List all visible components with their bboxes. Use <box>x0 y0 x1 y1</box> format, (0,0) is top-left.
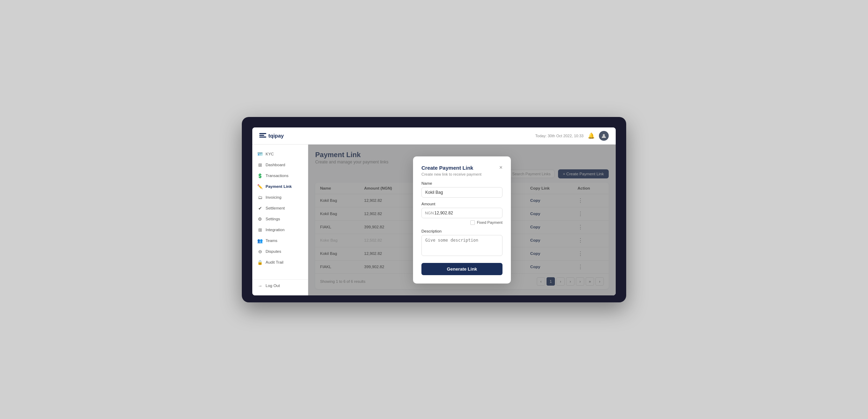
modal-backdrop: Create Payment Link × Create new link to… <box>308 145 616 295</box>
currency-prefix: NGN <box>425 211 434 215</box>
logout-label: Log Out <box>266 284 280 288</box>
sidebar-item-kyc[interactable]: 🪪 KYC <box>252 149 308 160</box>
content-area: Payment Link Create and manage your paym… <box>308 145 616 295</box>
amount-input-wrapper: NGN <box>421 208 502 218</box>
sidebar-item-audit-trail[interactable]: 🔒 Audit Trail <box>252 257 308 268</box>
modal-title: Create Payment Link <box>421 165 473 171</box>
top-bar-right: Today: 30th Oct 2022, 10:33 🔔 <box>535 131 609 141</box>
logout-icon: → <box>257 283 263 288</box>
sidebar-item-label: Transactions <box>266 174 288 178</box>
fixed-payment-checkbox[interactable] <box>470 220 475 225</box>
sidebar-item-label: Teams <box>266 238 277 243</box>
audit-icon: 🔒 <box>257 260 263 265</box>
sidebar-item-label: Payment Link <box>266 184 292 189</box>
sidebar-item-invoicing[interactable]: 🗂 Invoicing <box>252 192 308 203</box>
kyc-icon: 🪪 <box>257 152 263 157</box>
fixed-payment-label: Fixed Payment <box>477 220 502 225</box>
sidebar-item-dashboard[interactable]: ⊞ Dashboard <box>252 160 308 170</box>
amount-label: Amount <box>421 202 502 206</box>
sidebar-item-label: Disputes <box>266 249 281 253</box>
logo-text: tqipay <box>268 133 284 139</box>
sidebar-item-teams[interactable]: 👥 Teams <box>252 235 308 246</box>
logo: tqipay <box>259 133 284 139</box>
modal-subtitle: Create new link to receive payment <box>421 172 502 176</box>
sidebar-item-label: KYC <box>266 152 274 156</box>
amount-field-group: Amount NGN Fixed Payment <box>421 202 502 225</box>
modal-header: Create Payment Link × <box>421 165 502 171</box>
sidebar-item-integration[interactable]: ⊞ Integration <box>252 225 308 235</box>
fixed-payment-row: Fixed Payment <box>421 220 502 225</box>
settings-icon: ⚙ <box>257 216 263 222</box>
sidebar-item-payment-link[interactable]: ✏️ Payment Link <box>252 181 308 192</box>
sidebar-item-label: Invoicing <box>266 195 281 199</box>
sidebar-item-settlement[interactable]: ✔ Settlement <box>252 203 308 214</box>
invoicing-icon: 🗂 <box>257 195 263 200</box>
create-payment-link-modal: Create Payment Link × Create new link to… <box>413 156 511 284</box>
avatar[interactable] <box>599 131 609 141</box>
sidebar-item-label: Audit Trail <box>266 260 283 264</box>
name-input[interactable] <box>421 187 502 198</box>
sidebar-item-settings[interactable]: ⚙ Settings <box>252 214 308 225</box>
logout-button[interactable]: → Log Out <box>252 279 308 291</box>
disputes-icon: ⊖ <box>257 249 263 254</box>
sidebar-item-label: Dashboard <box>266 163 285 167</box>
payment-link-icon: ✏️ <box>257 184 263 189</box>
sidebar-item-label: Integration <box>266 228 284 232</box>
description-label: Description <box>421 229 502 233</box>
transactions-icon: 💲 <box>257 173 263 178</box>
close-button[interactable]: × <box>499 165 502 170</box>
date-text: Today: 30th Oct 2022, 10:33 <box>535 134 584 138</box>
top-bar: tqipay Today: 30th Oct 2022, 10:33 🔔 <box>252 127 616 145</box>
settlement-icon: ✔ <box>257 206 263 211</box>
bell-icon[interactable]: 🔔 <box>588 132 595 139</box>
generate-link-button[interactable]: Generate Link <box>421 263 502 275</box>
sidebar-item-transactions[interactable]: 💲 Transactions <box>252 170 308 181</box>
sidebar: 🪪 KYC ⊞ Dashboard 💲 Transactions ✏️ Paym… <box>252 145 308 295</box>
integration-icon: ⊞ <box>257 227 263 233</box>
teams-icon: 👥 <box>257 238 263 243</box>
name-label: Name <box>421 181 502 185</box>
dashboard-icon: ⊞ <box>257 162 263 168</box>
sidebar-item-disputes[interactable]: ⊖ Disputes <box>252 246 308 257</box>
sidebar-item-label: Settings <box>266 217 280 221</box>
sidebar-item-label: Settlement <box>266 206 285 210</box>
description-input[interactable] <box>421 235 502 256</box>
description-field-group: Description <box>421 229 502 257</box>
logo-icon <box>259 133 266 139</box>
name-field-group: Name <box>421 181 502 198</box>
